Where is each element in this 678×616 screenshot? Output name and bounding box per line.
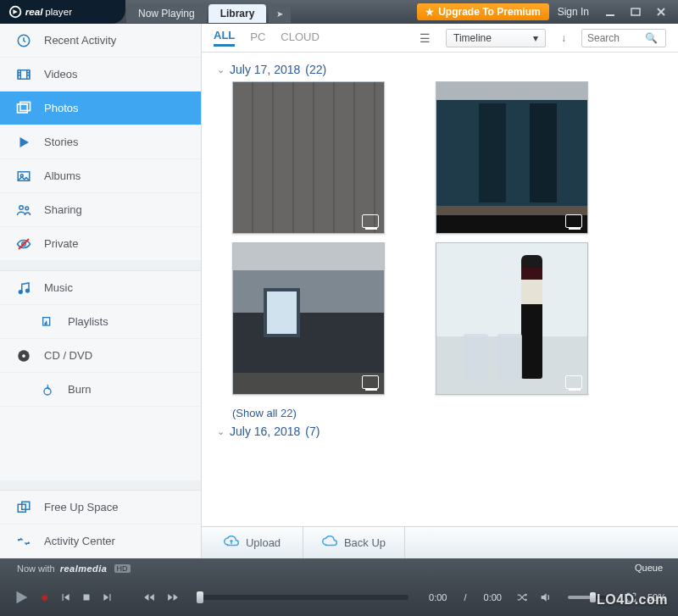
pc-badge-icon [362,214,379,228]
upgrade-button[interactable]: ★ Upgrade To Premium [417,3,548,20]
sidebar-item-private[interactable]: Private [0,227,201,261]
tab-library[interactable]: Library [208,4,267,23]
sidebar-item-label: Private [44,237,78,250]
svg-point-17 [45,323,47,325]
next-button[interactable] [102,591,114,603]
sidebar-item-activity-center[interactable]: Activity Center [0,524,201,558]
filter-all[interactable]: ALL [214,29,235,47]
svg-text:player: player [45,6,72,17]
queue-link[interactable]: Queue [635,563,663,573]
player-bar: Now with realmedia HD Queue ● 0:00 / 0:0… [0,558,678,616]
sign-in-link[interactable]: Sign In [558,6,589,18]
svg-point-15 [26,289,30,292]
clock-icon [15,32,32,49]
sidebar-item-recent-activity[interactable]: Recent Activity [0,24,201,58]
sidebar-item-label: Videos [44,68,78,80]
sidebar-item-label: Music [44,281,73,294]
volume-handle[interactable] [590,592,596,602]
burn-icon [39,381,56,398]
sidebar-item-label: Playlists [68,315,108,328]
watermark: LO4D.com [597,592,668,608]
forward-button[interactable] [166,591,180,603]
seek-bar[interactable] [197,595,408,600]
volume-icon[interactable] [539,591,553,604]
sidebar-item-playlists[interactable]: Playlists [0,305,201,339]
svg-rect-8 [20,102,31,110]
search-box[interactable]: 🔍 [581,29,666,47]
sidebar-item-label: Stories [44,136,78,148]
disc-icon [15,347,32,364]
minimize-button[interactable] [600,4,620,19]
sidebar-item-label: CD / DVD [44,349,92,362]
sidebar-item-free-up-space[interactable]: Free Up Space [0,491,201,524]
date-count: (22) [305,63,326,76]
sidebar-item-label: Recent Activity [44,34,116,47]
prev-button[interactable] [59,591,71,603]
sidebar-item-videos[interactable]: Videos [0,58,201,92]
show-all-link[interactable]: (Show all 22) [232,407,663,419]
download-icon[interactable]: ↓ [561,32,566,44]
photo-thumbnail[interactable] [436,81,588,234]
date-group-header[interactable]: ⌄ July 17, 2018 (22) [217,63,663,76]
photos-icon [15,100,32,117]
upload-button[interactable]: Upload [202,527,303,558]
sidebar: Recent Activity Videos Photos Stories Al… [0,24,202,558]
filter-bar: ALL PC CLOUD ☰ Timeline ▾ ↓ 🔍 [202,24,678,53]
tab-now-playing[interactable]: Now Playing [126,4,207,23]
sidebar-item-cd-dvd[interactable]: CD / DVD [0,339,201,373]
player-controls: ● 0:00 / 0:00 50% [0,579,678,616]
sidebar-item-albums[interactable]: Albums [0,159,201,193]
seek-handle[interactable] [197,591,203,603]
stop-button[interactable] [81,592,92,602]
svg-rect-4 [631,8,640,15]
rewind-button[interactable] [142,591,156,603]
cloud-icon [322,536,337,550]
timeline-dropdown[interactable]: Timeline ▾ [446,29,546,47]
svg-point-12 [25,206,29,209]
sidebar-item-label: Albums [44,169,81,182]
upgrade-label: Upgrade To Premium [438,6,540,18]
image-icon [15,168,32,185]
sidebar-item-burn[interactable]: Burn [0,373,201,407]
close-button[interactable] [651,4,671,19]
people-icon [15,202,32,219]
sidebar-item-stories[interactable]: Stories [0,125,201,159]
chevron-down-icon: ▾ [533,32,538,44]
now-with-label: Now with realmedia HD [0,558,678,579]
svg-rect-3 [606,14,614,16]
pc-badge-icon [362,375,379,389]
pc-badge-icon [565,214,582,228]
timeline-label: Timeline [453,32,492,44]
thumbnail-row [217,242,663,403]
photo-thumbnail[interactable] [232,242,385,395]
svg-point-14 [19,290,22,293]
list-mode-icon[interactable]: ☰ [420,31,431,45]
backup-button[interactable]: Back Up [303,527,405,558]
upload-icon [224,536,239,550]
sidebar-item-label: Free Up Space [44,501,118,513]
date-group-header[interactable]: ⌄ July 16, 2018 (7) [217,425,663,438]
photo-scroll-area[interactable]: ⌄ July 17, 2018 (22) (Show all 22) ⌄ Jul… [202,53,678,526]
filter-cloud[interactable]: CLOUD [281,31,320,46]
free-up-icon [15,499,32,516]
photo-thumbnail[interactable] [436,242,588,395]
maximize-button[interactable] [625,4,646,19]
sidebar-item-sharing[interactable]: Sharing [0,193,201,227]
title-bar: realplayer Now Playing Library ➤ ★ Upgra… [0,0,678,24]
tab-more[interactable]: ➤ [269,4,291,23]
sidebar-item-photos[interactable]: Photos [0,92,201,125]
search-input[interactable] [587,32,645,44]
filter-pc[interactable]: PC [250,31,265,46]
photo-thumbnail[interactable] [232,81,385,234]
record-button[interactable]: ● [41,590,49,605]
action-bar: Upload Back Up [202,526,678,558]
sidebar-separator [0,261,201,271]
date-count: (7) [305,425,320,438]
shuffle-button[interactable] [515,591,529,603]
search-icon: 🔍 [645,32,658,44]
play-icon [15,134,32,151]
sidebar-item-label: Photos [44,102,78,114]
date-label: July 17, 2018 [230,63,300,76]
play-button[interactable] [12,588,31,607]
sidebar-item-music[interactable]: Music [0,271,201,305]
